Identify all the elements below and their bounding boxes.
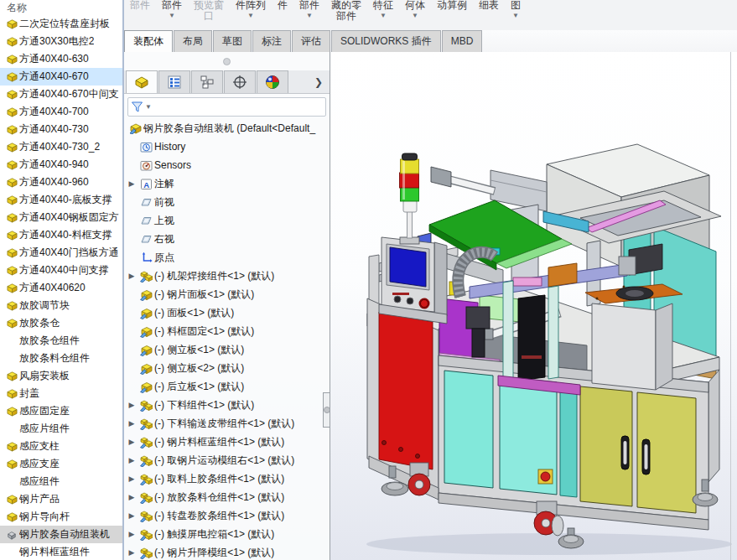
tree-item[interactable]: ▶ 上视 — [124, 211, 330, 230]
displaymanager-tab[interactable] — [257, 70, 288, 93]
tree-item[interactable]: ▶ (-) 下料组件<1> (默认) — [124, 396, 330, 414]
file-list-item[interactable]: 放胶条仓 — [0, 314, 122, 332]
tree-item[interactable]: ▶ 右视 — [124, 230, 330, 248]
propertymanager-tab[interactable] — [158, 70, 190, 93]
file-list-item[interactable]: 方通30X30电控2 — [0, 33, 122, 50]
file-list-item[interactable]: 方通40X40-料框支撑 — [0, 226, 122, 244]
tree-item[interactable]: ▶ (-) 后立板<1> (默认) — [124, 377, 330, 396]
ribbon-button[interactable]: 特征 ▼ — [367, 0, 399, 30]
file-list-item[interactable]: 方通40X40-940 — [0, 156, 122, 174]
file-list-item[interactable]: 钢片料框蓝组件 — [0, 543, 122, 560]
file-list-item[interactable]: 方通40X40-底板支撑 — [0, 191, 122, 209]
ribbon-button[interactable]: 细表 ▼ — [473, 0, 505, 30]
commandmanager-tab[interactable]: 草图 — [213, 30, 252, 52]
tree-item[interactable]: ▶ (-) 机架焊接组件<1> (默认) — [124, 267, 330, 285]
commandmanager-tab[interactable]: 布局 — [174, 30, 212, 52]
file-list-item[interactable]: 方通40X40门挡板方通 — [0, 244, 122, 262]
dimxpertmanager-tab[interactable] — [224, 70, 256, 93]
ribbon-button[interactable]: 何体 ▼ — [399, 0, 431, 30]
file-list-item[interactable]: 感应组件 — [0, 473, 122, 490]
ribbon-button[interactable]: 部件 ▼ — [124, 0, 156, 30]
expand-arrow-icon[interactable]: ▶ — [126, 179, 138, 188]
ribbon-button[interactable]: 部件 ▼ — [293, 0, 325, 30]
expand-arrow-icon[interactable]: ▶ — [126, 419, 138, 428]
tree-item[interactable]: ▶ (-) 钢片升降模组<1> (默认) — [124, 543, 330, 560]
chevron-down-icon[interactable]: ▼ — [512, 12, 519, 19]
file-list-item[interactable]: 方通40X40-730_2 — [0, 138, 122, 156]
panel-splitter-grip[interactable] — [124, 52, 330, 70]
file-list-item[interactable]: 方通40X40-630 — [0, 50, 122, 68]
file-list-item[interactable]: 钢片产品 — [0, 490, 122, 508]
file-list-item[interactable]: 方通40X40620 — [0, 279, 122, 297]
expand-arrow-icon[interactable]: ▶ — [126, 548, 138, 557]
file-list-item[interactable]: 方通40X40-730 — [0, 121, 122, 138]
panel-resize-handle[interactable] — [323, 392, 330, 428]
configurationmanager-tab[interactable] — [191, 70, 223, 93]
file-list-item[interactable]: 方通40X40-670 — [0, 68, 122, 86]
file-list-item[interactable]: 感应支柱 — [0, 438, 122, 455]
file-list-item[interactable]: 二次定位转盘座封板 — [0, 15, 122, 33]
tree-item[interactable]: ▶ (-) 钢片面板<1> (默认) — [124, 285, 330, 303]
chevron-down-icon[interactable]: ▼ — [169, 12, 175, 19]
file-list-item[interactable]: 感应支座 — [0, 455, 122, 473]
expand-arrow-icon[interactable]: ▶ — [126, 438, 138, 446]
tree-filter-input[interactable]: ▼ — [127, 97, 326, 117]
ribbon-button[interactable]: 部件 ▼ — [156, 0, 188, 30]
tree-item[interactable]: ▶ (-) 取钢片运动模组右<1> (默认) — [124, 451, 330, 469]
expand-arrow-icon[interactable]: ▶ — [126, 530, 138, 538]
file-list-item[interactable]: 风扇安装板 — [0, 367, 122, 385]
expand-arrow-icon[interactable]: ▶ — [126, 474, 138, 483]
file-list-item[interactable]: 方通40X40-960 — [0, 174, 122, 191]
expand-arrow-icon[interactable]: ▶ — [126, 401, 138, 409]
ribbon-button[interactable]: 件阵列 ▼ — [230, 0, 272, 30]
expand-arrow-icon[interactable]: ▶ — [126, 493, 138, 501]
chevron-down-icon[interactable]: ▼ — [306, 12, 313, 19]
chevron-down-icon[interactable]: ▼ — [412, 12, 418, 19]
file-list-item[interactable]: 放胶条仓组件 — [0, 332, 122, 350]
commandmanager-tab[interactable]: 装配体 — [124, 30, 173, 52]
ribbon-button[interactable]: 预览窗 口 ▼ — [188, 0, 230, 30]
tab-overflow-chevron-icon[interactable]: ❯ — [308, 70, 330, 93]
ribbon-button[interactable]: 藏的零 部件 ▼ — [325, 0, 367, 30]
tree-item[interactable]: ▶ (-) 触摸屏电控箱<1> (默认) — [124, 525, 330, 543]
tree-root-node[interactable]: 钢片胶条自动组装机 (Default<Default_ — [124, 119, 330, 137]
commandmanager-tab[interactable]: SOLIDWORKS 插件 — [331, 30, 441, 52]
file-list-header-name[interactable]: 名称 — [0, 0, 122, 15]
file-list-item[interactable]: 封盖 — [0, 385, 122, 402]
tree-item[interactable]: ▶ (-) 面板<1> (默认) — [124, 303, 330, 322]
tree-item[interactable]: ▶ (-) 钢片料框蓝组件<1> (默认) — [124, 433, 330, 451]
expand-arrow-icon[interactable]: ▶ — [126, 456, 138, 464]
tree-item[interactable]: ▶ (-) 料框固定<1> (默认) — [124, 322, 330, 340]
file-list-item[interactable]: 感应片组件 — [0, 420, 122, 438]
file-list-item[interactable]: 感应固定座 — [0, 402, 122, 420]
expand-arrow-icon[interactable]: ▶ — [126, 511, 138, 520]
tree-item[interactable]: ▶ 原点 — [124, 248, 330, 267]
ribbon-button[interactable]: 动算例 ▼ — [431, 0, 473, 30]
commandmanager-tab[interactable]: MBD — [442, 30, 483, 52]
file-list-item[interactable]: 放胶条料仓组件 — [0, 350, 122, 367]
chevron-down-icon[interactable]: ▼ — [380, 12, 387, 19]
featuremanager-tab[interactable] — [126, 70, 158, 93]
tree-item[interactable]: ▶ (-) 转盘卷胶条组件<1> (默认) — [124, 506, 330, 525]
ribbon-button[interactable]: 图 ▼ — [505, 0, 527, 30]
chevron-down-icon[interactable]: ▼ — [247, 12, 254, 19]
file-list-item[interactable]: 钢片导向杆 — [0, 508, 122, 526]
chevron-down-icon[interactable]: ▼ — [145, 103, 152, 111]
control-panel[interactable] — [379, 237, 447, 324]
file-list-item[interactable]: 方通40X40钢板固定方 — [0, 209, 122, 226]
file-list-item[interactable]: 方通40X40-670中间支 — [0, 86, 122, 103]
tree-item[interactable]: ▶ History — [124, 137, 330, 156]
tower-light[interactable] — [400, 153, 420, 244]
tree-item[interactable]: ▶ Sensors — [124, 156, 330, 174]
file-list-item[interactable]: 方通40X40中间支撑 — [0, 262, 122, 279]
tree-item[interactable]: ▶ (-) 下料输送皮带组件<1> (默认) — [124, 414, 330, 433]
file-list-item[interactable]: 钢片胶条自动组装机 — [0, 526, 122, 543]
tree-item[interactable]: ▶ (-) 侧立板<2> (默认) — [124, 359, 330, 377]
tree-item[interactable]: ▶ 前视 — [124, 193, 330, 211]
file-list-item[interactable]: 方通40X40-700 — [0, 103, 122, 121]
file-list-item[interactable]: 放胶调节块 — [0, 297, 122, 314]
tree-item[interactable]: ▶ (-) 取料上胶条组件<1> (默认) — [124, 469, 330, 488]
graphics-viewport[interactable]: ❯ ▼ 钢片胶条自动组装机 (Default<Default_ ▶ — [124, 52, 737, 560]
tree-item[interactable]: ▶ (-) 放胶条料仓组件<1> (默认) — [124, 488, 330, 506]
commandmanager-tab[interactable]: 评估 — [292, 30, 330, 52]
